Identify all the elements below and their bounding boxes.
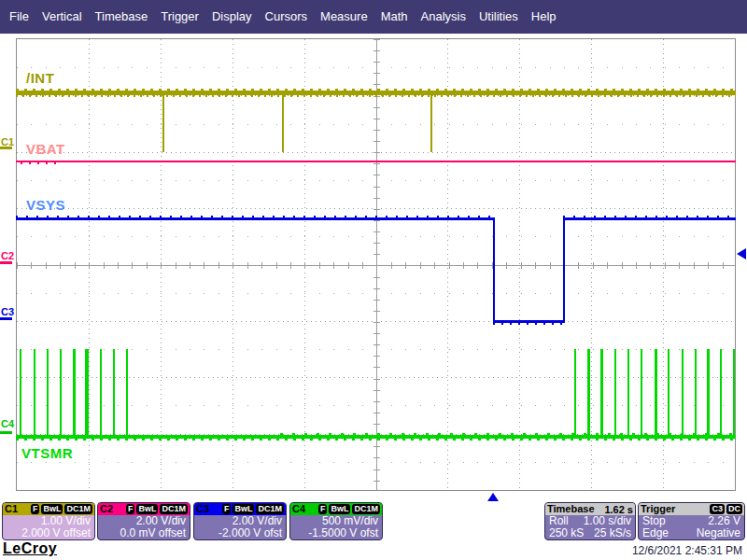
badge-dc: DC xyxy=(726,504,742,514)
badge-dc1m: DC1M xyxy=(64,504,92,514)
trace-noise xyxy=(16,89,736,91)
trace-c4-spike xyxy=(20,349,21,435)
trace-noise xyxy=(16,216,493,217)
trace-c4-spike xyxy=(34,349,35,435)
trace-c4-spike xyxy=(73,349,76,435)
trace-c3-fall-edge xyxy=(493,217,495,323)
timebase-value: 1.62 s xyxy=(604,504,633,515)
trace-label-vtsmr: VTSMR xyxy=(21,445,73,461)
grid-halfdiv-dots xyxy=(17,124,735,125)
menu-analysis[interactable]: Analysis xyxy=(415,0,472,34)
trace-c4-spike xyxy=(85,349,89,435)
trace-c4-spike xyxy=(707,349,710,435)
trace-c4-spike xyxy=(682,349,684,435)
grid-center-hticks xyxy=(17,262,735,269)
channel-box-title: C2 xyxy=(100,503,113,515)
trace-c4-spike xyxy=(695,349,697,435)
menu-display[interactable]: Display xyxy=(205,0,259,34)
timestamp: 12/6/2021 2:45:31 PM xyxy=(632,544,742,557)
trace-label-vbat: VBAT xyxy=(26,141,65,157)
channel-box-c4[interactable]: C4FBwLDC1M500 mV/div-1.5000 V ofst xyxy=(289,502,383,540)
trace-c1-pulse xyxy=(162,95,164,152)
menu-trigger[interactable]: Trigger xyxy=(154,0,205,34)
channel-offset: 0.0 mV offset xyxy=(98,527,190,539)
channel-marker-label-c2: C2 xyxy=(1,250,14,261)
trace-noise xyxy=(21,162,63,164)
channel-box-title: C1 xyxy=(5,503,18,515)
trace-noise xyxy=(563,216,736,217)
trace-c4-spike xyxy=(574,349,576,435)
trace-c3-vsys-high xyxy=(563,217,736,220)
grid-hline xyxy=(17,152,735,153)
channel-box-title: C4 xyxy=(292,503,305,515)
grid-halfdiv-dots xyxy=(17,462,735,463)
trigger-row: EdgeNegative xyxy=(639,527,744,539)
menu-help[interactable]: Help xyxy=(525,0,563,34)
menu-bar: FileVerticalTimebaseTriggerDisplayCursor… xyxy=(0,0,747,34)
channel-box-c2[interactable]: C2FBwLDC1M2.00 V/div0.0 mV offset xyxy=(97,502,190,540)
menu-cursors[interactable]: Cursors xyxy=(259,0,315,34)
badge-f: F xyxy=(222,504,232,514)
channel-offset-marker-c4[interactable] xyxy=(0,431,12,434)
trace-c4-spike xyxy=(100,349,102,435)
trace-noise xyxy=(16,95,736,97)
trigger-time-marker[interactable] xyxy=(487,493,499,501)
channel-marker-label-c3: C3 xyxy=(1,306,14,317)
trace-c4-spike xyxy=(600,349,603,435)
grid-halfdiv-dots xyxy=(17,293,735,294)
trace-c4-spike xyxy=(587,349,590,435)
channel-offset-marker-c3[interactable] xyxy=(0,317,12,320)
channel-box-c1[interactable]: C1FBwLDC1M1.00 V/div2.000 V offset xyxy=(2,502,95,540)
grid-halfdiv-dots xyxy=(17,180,735,181)
menu-vertical[interactable]: Vertical xyxy=(35,0,89,34)
badge-dc1m: DC1M xyxy=(256,504,284,514)
trace-c2-vbat xyxy=(16,161,736,162)
menu-timebase[interactable]: Timebase xyxy=(89,0,155,34)
trace-c4-spike xyxy=(641,349,642,435)
trace-c4-spike xyxy=(627,349,629,435)
trace-c4-spike xyxy=(668,349,669,435)
timebase-row: 250 kS25 kS/s xyxy=(545,527,635,539)
trace-label-vsys: VSYS xyxy=(26,197,65,213)
channel-box-title: C3 xyxy=(196,503,209,515)
badge-f: F xyxy=(318,504,328,514)
badge-dc1m: DC1M xyxy=(160,504,188,514)
trace-c1-pulse xyxy=(282,95,284,152)
trace-c3-vsys-high xyxy=(16,217,493,220)
trace-noise xyxy=(16,439,736,441)
badge-bwl: BwL xyxy=(329,504,350,514)
trace-c4-spike xyxy=(720,349,722,435)
trace-c4-spike xyxy=(733,349,735,435)
menu-measure[interactable]: Measure xyxy=(314,0,374,34)
grid-halfdiv-dots xyxy=(17,67,735,68)
menu-math[interactable]: Math xyxy=(374,0,415,34)
trace-c4-spike xyxy=(655,349,657,435)
badge-c3: C3 xyxy=(710,504,725,514)
menu-file[interactable]: File xyxy=(3,0,35,34)
trace-c3-rise-edge xyxy=(563,217,565,323)
grid-hline xyxy=(17,321,735,322)
channel-offset: -1.5000 V ofst xyxy=(290,527,382,539)
trace-c4-spike xyxy=(614,349,616,435)
badge-bwl: BwL xyxy=(233,504,254,514)
badge-bwl: BwL xyxy=(41,504,63,514)
trace-c4-spike xyxy=(47,349,49,435)
channel-offset-marker-c1[interactable] xyxy=(0,147,12,149)
channel-box-c3[interactable]: C3FBwLDC1M2.00 V/div-2.000 V ofst xyxy=(193,502,287,540)
badge-f: F xyxy=(126,504,135,514)
trace-c4-spike xyxy=(126,349,128,435)
trigger-level-marker[interactable] xyxy=(737,248,746,259)
trace-c4-spike xyxy=(113,349,115,435)
grid-halfdiv-dots xyxy=(17,236,735,237)
channel-offset-marker-c2[interactable] xyxy=(0,261,12,264)
trace-label-int: /INT xyxy=(26,70,54,86)
channel-offset: 2.000 V offset xyxy=(3,527,94,539)
channel-marker-label-c4: C4 xyxy=(1,418,14,429)
oscilloscope-screen: FileVerticalTimebaseTriggerDisplayCursor… xyxy=(0,0,747,560)
lecroy-logo: LeCroy xyxy=(3,540,57,557)
grid-hline xyxy=(17,208,735,209)
trigger-box[interactable]: TriggerC3DCStop2.26 VEdgeNegative xyxy=(638,502,745,540)
timebase-box[interactable]: Timebase1.62 sRoll1.00 s/div250 kS25 kS/… xyxy=(544,502,636,540)
trace-noise xyxy=(493,323,563,325)
menu-utilities[interactable]: Utilities xyxy=(472,0,525,34)
